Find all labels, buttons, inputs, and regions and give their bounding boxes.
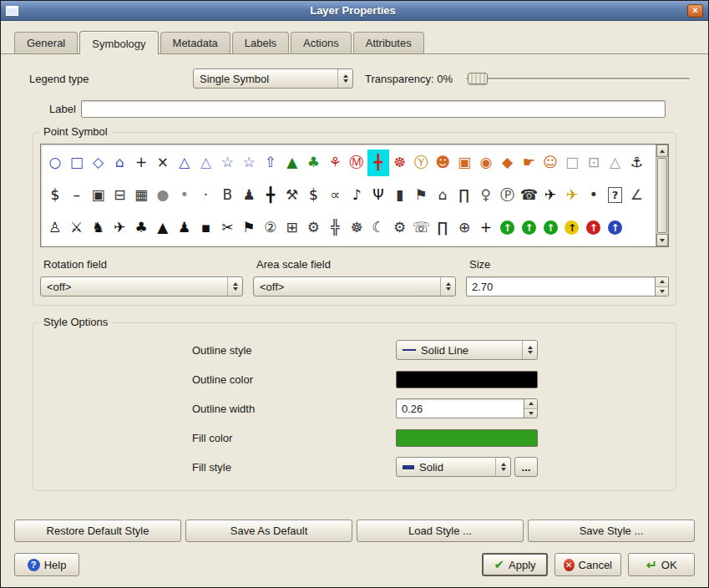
outline-width-spin-up-icon[interactable]	[524, 399, 537, 409]
tab-actions[interactable]: Actions	[291, 32, 352, 53]
symbol-arrow-green-2[interactable]: ↑	[522, 220, 536, 235]
fill-style-combobox[interactable]: Solid	[396, 457, 511, 477]
close-button[interactable]: ×	[687, 4, 703, 18]
scroll-down-icon[interactable]	[656, 234, 668, 246]
symbol-dot-small[interactable]: •	[583, 182, 605, 209]
symbol-dot[interactable]: ·	[195, 182, 217, 209]
symbol-flag-black[interactable]: ⚑	[238, 215, 260, 241]
symbol-camera[interactable]: ▣	[88, 182, 109, 209]
symbol-arrow-red[interactable]: ↑	[586, 220, 600, 235]
restore-default-style-button[interactable]: Restore Default Style	[14, 520, 181, 542]
symbol-square-in-square[interactable]: ⊡	[583, 150, 605, 176]
scrollbar-thumb[interactable]	[657, 158, 667, 233]
symbol-building[interactable]: ▦	[130, 182, 152, 209]
symbol-pine-black[interactable]: ▲	[152, 215, 174, 241]
fill-color-button[interactable]	[396, 429, 538, 447]
symbol-circle-small[interactable]: •	[174, 182, 195, 209]
outline-style-combobox[interactable]: Solid Line	[396, 340, 538, 360]
symbol-pine-tree[interactable]: ▲	[281, 150, 303, 176]
slider-handle[interactable]	[468, 73, 488, 84]
size-spin-down-icon[interactable]	[656, 287, 668, 297]
symbol-diamond[interactable]: ◇	[88, 150, 109, 176]
cancel-button[interactable]: ✕ Cancel	[555, 553, 621, 576]
size-spinbox[interactable]: 2.70	[466, 276, 669, 297]
symbol-tree-black[interactable]: ♣	[130, 215, 152, 241]
symbol-square-white[interactable]: □	[561, 150, 583, 176]
symbol-plane-yellow[interactable]: ✈	[561, 182, 583, 209]
symbol-people[interactable]: ♟	[238, 182, 260, 209]
symbol-flower-red[interactable]: ☸	[389, 150, 411, 176]
symbol-tree[interactable]: ♣	[303, 150, 325, 176]
tab-metadata[interactable]: Metadata	[160, 32, 230, 53]
symbol-arrow-blue[interactable]: ↑	[608, 220, 622, 235]
symbol-circled-2[interactable]: ②	[260, 215, 281, 241]
symbol-bank[interactable]: ∏	[453, 182, 475, 209]
symbol-wheel[interactable]: ☸	[346, 215, 367, 241]
symbol-flower[interactable]: ⚘	[324, 150, 346, 176]
symbol-scissors[interactable]: ✂	[216, 215, 238, 241]
symbol-museum[interactable]: ∏	[432, 215, 453, 241]
symbol-golf-flag[interactable]: ⚑	[411, 182, 433, 209]
symbol-dollar[interactable]: $	[44, 182, 66, 209]
symbol-fish[interactable]: ∝	[324, 182, 346, 209]
symbol-arrow-green-1[interactable]: ↑	[500, 220, 514, 235]
symbol-triangle[interactable]: △	[174, 150, 195, 176]
symbol-phone-outline[interactable]: ☏	[411, 215, 433, 241]
outline-color-button[interactable]	[396, 371, 538, 388]
symbol-square[interactable]: □	[66, 150, 88, 176]
symbol-plus[interactable]: +	[130, 150, 152, 176]
symbol-circle[interactable]: ○	[44, 150, 66, 176]
symbol-circle-y[interactable]: Ⓨ	[411, 150, 433, 176]
symbol-crosshair[interactable]: ⊕	[453, 215, 475, 241]
symbol-bus[interactable]: ⊞	[281, 215, 303, 241]
symbol-question[interactable]: ?	[608, 187, 622, 203]
tab-general[interactable]: General	[14, 32, 78, 53]
symbol-restaurant[interactable]: Ψ	[367, 182, 389, 209]
symbol-diamond-orange[interactable]: ◆	[497, 150, 519, 176]
symbol-dollar-2[interactable]: $	[303, 182, 325, 209]
scroll-up-icon[interactable]	[656, 144, 668, 157]
symbol-star[interactable]: ☆	[238, 150, 260, 176]
symbol-star-outline[interactable]: ☆	[216, 150, 238, 176]
symbol-triangle-gray[interactable]: △	[605, 150, 626, 176]
symbol-plus-black[interactable]: +	[475, 215, 497, 241]
symbol-picker-panel[interactable]: ○□◇⌂+×△△☆☆⇧▲♣⚘Ⓜ╋☸Ⓨ☻▣◉◆☛☺□⊡△⚓$–▣⊟▦●•·B♟╋⚒…	[40, 144, 669, 247]
symbol-letter-b[interactable]: B	[216, 182, 238, 209]
symbol-arrow-up[interactable]: ⇧	[260, 150, 281, 176]
slider-groove[interactable]	[466, 78, 690, 80]
symbol-swiss-cross[interactable]: ╋	[367, 150, 389, 176]
size-spin-up-icon[interactable]	[656, 277, 668, 287]
help-button[interactable]: ? Help	[14, 553, 79, 576]
tab-symbology[interactable]: Symbology	[79, 31, 158, 54]
symbol-slope[interactable]: ∠	[626, 182, 648, 209]
symbol-music-note[interactable]: ♪	[346, 182, 367, 209]
symbol-balloon[interactable]: ♀	[475, 182, 497, 209]
symbol-cross-shield[interactable]: ╬	[324, 215, 346, 241]
symbol-glider[interactable]: ✈	[109, 215, 130, 241]
symbol-cross-x[interactable]: ×	[152, 150, 174, 176]
symbol-square-dot[interactable]: ▪	[195, 215, 217, 241]
ok-button[interactable]: ↵ OK	[628, 553, 695, 576]
symbol-target-orange[interactable]: ◉	[475, 150, 497, 176]
fill-style-more-button[interactable]: ...	[514, 457, 538, 477]
symbol-tools[interactable]: ⚒	[281, 182, 303, 209]
symbol-skier[interactable]: ♙	[44, 215, 66, 241]
symbol-knife[interactable]: –	[66, 182, 88, 209]
tab-labels[interactable]: Labels	[232, 32, 289, 53]
symbol-gas-pump[interactable]: ▮	[389, 182, 411, 209]
symbol-car[interactable]: ⊟	[109, 182, 130, 209]
symbol-circle-m[interactable]: Ⓜ	[346, 150, 367, 176]
symbol-parking[interactable]: Ⓟ	[497, 182, 519, 209]
symbol-moon[interactable]: ☾	[367, 215, 389, 241]
apply-button[interactable]: ✔ Apply	[482, 553, 548, 576]
symbol-gear[interactable]: ⚙	[303, 215, 325, 241]
symbol-pentagon[interactable]: ⌂	[109, 150, 130, 176]
titlebar[interactable]: Layer Properties ×	[1, 1, 708, 21]
symbol-triangle-2[interactable]: △	[195, 150, 217, 176]
label-input[interactable]	[81, 100, 666, 118]
symbol-arrow-green-3[interactable]: ↑	[544, 220, 558, 235]
symbol-square-orange[interactable]: ▣	[453, 150, 475, 176]
outline-width-spinbox[interactable]: 0.26	[396, 398, 538, 418]
symbol-gear-2[interactable]: ⚙	[389, 215, 411, 241]
tab-attributes[interactable]: Attributes	[353, 32, 424, 53]
